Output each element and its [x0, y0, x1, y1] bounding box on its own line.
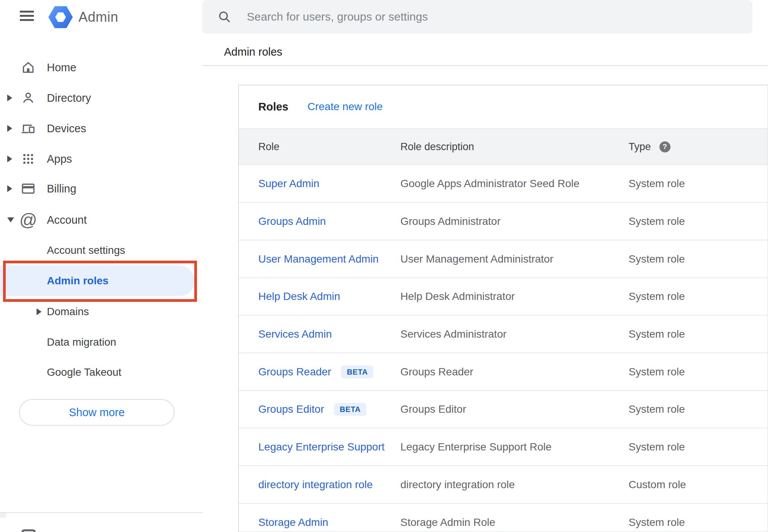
role-link[interactable]: Groups Admin: [258, 203, 326, 240]
sidebar-item-google-takeout[interactable]: Google Takeout: [0, 357, 202, 388]
expand-caret-icon[interactable]: [7, 95, 12, 101]
help-icon[interactable]: ?: [659, 141, 670, 152]
role-type: System role: [629, 316, 685, 353]
table-row: Help Desk Admin Help Desk Administrator …: [239, 278, 768, 316]
role-type: System role: [629, 165, 685, 202]
table-row: Super Admin Google Apps Administrator Se…: [239, 165, 768, 203]
table-row: Legacy Enterprise Support Legacy Enterpr…: [239, 428, 768, 466]
search-bar[interactable]: [202, 0, 752, 34]
role-link[interactable]: Help Desk Admin: [258, 278, 340, 315]
roles-card: Roles Create new role Role Role descript…: [238, 85, 768, 532]
role-link[interactable]: Groups Editor BETA: [258, 391, 366, 428]
sidebar-item-data-migration[interactable]: Data migration: [0, 327, 202, 357]
hamburger-menu-icon[interactable]: [20, 11, 34, 21]
search-input[interactable]: [246, 10, 752, 24]
sidebar-label-devices: Devices: [47, 122, 86, 135]
sidebar-label-google-takeout: Google Takeout: [47, 366, 122, 378]
sidebar-label-directory: Directory: [47, 92, 91, 104]
sidebar-item-devices[interactable]: Devices: [0, 113, 202, 144]
role-type: System role: [629, 353, 685, 390]
sidebar-item-account-settings[interactable]: Account settings: [0, 235, 202, 266]
role-type: Custom role: [629, 466, 686, 503]
role-link[interactable]: Legacy Enterprise Support: [258, 428, 385, 465]
create-new-role-link[interactable]: Create new role: [307, 85, 383, 128]
role-description: Storage Admin Role: [400, 504, 495, 532]
role-description: Groups Reader: [400, 353, 473, 390]
role-type: System role: [629, 391, 685, 428]
apps-grid-icon: [20, 150, 36, 168]
breadcrumb: Admin roles: [224, 46, 282, 58]
sidebar-item-account[interactable]: @ Account: [0, 205, 202, 235]
column-header-role-description: Role description: [400, 128, 474, 165]
role-description: Legacy Enterprise Support Role: [400, 428, 552, 465]
app-title: Admin: [78, 9, 118, 25]
role-type: System role: [629, 428, 685, 465]
card-title: Roles: [258, 85, 288, 128]
column-header-role: Role: [258, 128, 280, 165]
sidebar-item-directory[interactable]: Directory: [0, 83, 202, 113]
table-row: Storage Admin Storage Admin Role System …: [239, 504, 768, 532]
role-link[interactable]: Groups Reader BETA: [258, 353, 373, 390]
role-link[interactable]: Storage Admin: [258, 504, 328, 532]
column-header-type: Type: [629, 128, 651, 165]
sidebar-item-domains[interactable]: Domains: [0, 296, 202, 327]
role-type: System role: [629, 240, 685, 277]
role-type: System role: [629, 278, 685, 315]
sidebar-label-billing: Billing: [47, 183, 76, 195]
role-type: System role: [629, 504, 685, 532]
table-row: Groups Reader BETA Groups Reader System …: [239, 353, 768, 391]
role-link-label: Groups Reader: [258, 366, 331, 378]
role-link[interactable]: Services Admin: [258, 316, 332, 353]
role-link[interactable]: Super Admin: [258, 165, 319, 202]
expand-caret-icon[interactable]: [7, 185, 12, 192]
header-divider: [202, 65, 768, 66]
beta-badge: BETA: [341, 365, 373, 378]
role-description: directory integration role: [400, 466, 515, 503]
collapse-caret-icon[interactable]: [7, 218, 14, 223]
person-icon: [20, 89, 36, 107]
role-type: System role: [629, 203, 685, 240]
expand-caret-icon[interactable]: [7, 125, 12, 132]
sidebar-item-apps[interactable]: Apps: [0, 144, 202, 174]
sidebar-label-domains: Domains: [47, 306, 89, 318]
clipped-bottom-icon: [21, 529, 36, 532]
table-row: Services Admin Services Administrator Sy…: [239, 316, 768, 353]
admin-logo: Admin: [48, 5, 118, 29]
credit-card-icon: [20, 180, 36, 197]
expand-caret-icon[interactable]: [7, 155, 12, 162]
table-row: Groups Editor BETA Groups Editor System …: [239, 391, 768, 428]
sidebar: Admin Home Directory: [0, 0, 202, 532]
table-header-row: Role Role description Type ?: [239, 128, 768, 165]
sidebar-label-home: Home: [47, 61, 76, 74]
table-row: directory integration role directory int…: [239, 466, 768, 504]
sidebar-item-billing[interactable]: Billing: [0, 173, 202, 204]
role-description: Groups Editor: [400, 391, 466, 428]
sidebar-label-account: Account: [47, 214, 87, 226]
home-icon: [20, 59, 36, 76]
role-link[interactable]: directory integration role: [258, 466, 373, 503]
sidebar-item-home[interactable]: Home: [0, 52, 202, 83]
at-sign-icon: @: [20, 211, 36, 229]
role-description: User Management Administrator: [400, 240, 554, 277]
role-description: Services Administrator: [400, 316, 507, 353]
role-description: Google Apps Administrator Seed Role: [400, 165, 579, 202]
admin-hexagon-logo-icon: [48, 6, 73, 29]
role-link-label: Groups Editor: [258, 403, 324, 415]
admin-console-screen: Admin Home Directory: [0, 0, 768, 532]
devices-icon: [20, 120, 36, 137]
show-more-button[interactable]: Show more: [19, 399, 174, 426]
role-description: Help Desk Administrator: [400, 278, 515, 315]
role-link[interactable]: User Management Admin: [258, 240, 379, 277]
sidebar-label-data-migration: Data migration: [47, 336, 116, 348]
sidebar-item-admin-roles[interactable]: Admin roles: [0, 266, 202, 296]
sidebar-bottom-divider: [0, 512, 202, 513]
table-row: Groups Admin Groups Administrator System…: [239, 203, 768, 240]
search-icon: [217, 10, 232, 24]
scrollbar-stub: [0, 513, 6, 518]
sidebar-label-account-settings: Account settings: [47, 244, 125, 256]
beta-badge: BETA: [334, 403, 366, 416]
sidebar-label-admin-roles: Admin roles: [47, 275, 109, 287]
expand-caret-icon[interactable]: [37, 308, 42, 315]
role-description: Groups Administrator: [400, 203, 501, 240]
table-row: User Management Admin User Management Ad…: [239, 240, 768, 278]
